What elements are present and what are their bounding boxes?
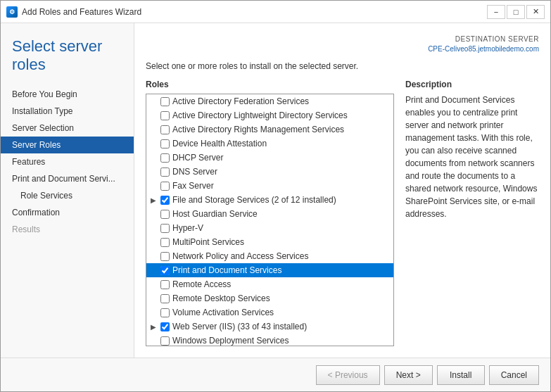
role-item-device-health[interactable]: Device Health Attestation bbox=[146, 137, 393, 151]
title-bar: ⚙ Add Roles and Features Wizard − □ ✕ bbox=[1, 1, 550, 23]
role-item-print-doc[interactable]: Print and Document Services bbox=[146, 263, 393, 277]
role-label-remote-access[interactable]: Remote Access bbox=[172, 279, 231, 289]
role-checkbox-print-doc[interactable] bbox=[160, 266, 170, 275]
minimize-button[interactable]: − bbox=[487, 5, 505, 19]
nav-item-role-services[interactable]: Role Services bbox=[1, 187, 134, 204]
role-item-dns[interactable]: DNS Server bbox=[146, 165, 393, 179]
role-checkbox-host-guardian[interactable] bbox=[160, 210, 170, 219]
role-label-remote-desktop[interactable]: Remote Desktop Services bbox=[172, 293, 270, 303]
nav-item-print-doc[interactable]: Print and Document Servi... bbox=[1, 170, 134, 187]
role-label-dhcp[interactable]: DHCP Server bbox=[172, 153, 223, 163]
role-label-fax[interactable]: Fax Server bbox=[172, 181, 214, 191]
role-checkbox-dhcp[interactable] bbox=[160, 153, 170, 163]
nav-item-server-roles[interactable]: Server Roles bbox=[1, 137, 134, 153]
role-label-ad-fed[interactable]: Active Directory Federation Services bbox=[172, 96, 309, 106]
nav-header: Select server roles bbox=[1, 30, 134, 79]
role-item-remote-access[interactable]: Remote Access bbox=[146, 277, 393, 291]
expand-icon-web-server[interactable]: ▶ bbox=[151, 323, 160, 331]
role-item-npas[interactable]: Network Policy and Access Services bbox=[146, 249, 393, 263]
role-checkbox-win-deployment[interactable] bbox=[160, 336, 170, 346]
role-item-fax[interactable]: Fax Server bbox=[146, 179, 393, 193]
expand-placeholder bbox=[151, 140, 160, 148]
expand-placeholder bbox=[151, 281, 160, 289]
role-item-host-guardian[interactable]: Host Guardian Service bbox=[146, 207, 393, 221]
title-bar-left: ⚙ Add Roles and Features Wizard bbox=[6, 6, 141, 18]
footer: < Previous Next > Install Cancel bbox=[1, 358, 550, 391]
description-panel: Description Print and Document Services … bbox=[405, 80, 539, 346]
close-button[interactable]: ✕ bbox=[526, 5, 545, 19]
role-checkbox-web-server[interactable] bbox=[160, 322, 170, 331]
role-label-multipoint[interactable]: MultiPoint Services bbox=[172, 237, 244, 247]
expand-placeholder bbox=[151, 154, 160, 162]
role-item-multipoint[interactable]: MultiPoint Services bbox=[146, 235, 393, 249]
role-label-print-doc[interactable]: Print and Document Services bbox=[172, 265, 281, 275]
content-instruction: Select one or more roles to install on t… bbox=[146, 61, 539, 71]
roles-panel: Roles Active Directory Federation Servic… bbox=[146, 80, 394, 346]
role-checkbox-remote-desktop[interactable] bbox=[160, 294, 170, 303]
roles-label: Roles bbox=[146, 80, 394, 89]
role-checkbox-ad-rms[interactable] bbox=[160, 125, 170, 134]
role-checkbox-multipoint[interactable] bbox=[160, 238, 170, 247]
role-item-dhcp[interactable]: DHCP Server bbox=[146, 151, 393, 165]
role-item-ad-fed[interactable]: Active Directory Federation Services bbox=[146, 94, 393, 108]
role-item-web-server[interactable]: ▶ Web Server (IIS) (33 of 43 installed) bbox=[146, 320, 393, 334]
role-item-volume-activation[interactable]: Volume Activation Services bbox=[146, 305, 393, 320]
role-label-file-storage[interactable]: File and Storage Services (2 of 12 insta… bbox=[172, 195, 336, 205]
role-checkbox-npas[interactable] bbox=[160, 252, 170, 261]
role-item-remote-desktop[interactable]: Remote Desktop Services bbox=[146, 291, 393, 305]
expand-placeholder bbox=[151, 112, 160, 120]
expand-icon-file-storage[interactable]: ▶ bbox=[151, 196, 160, 204]
role-item-ad-lds[interactable]: Active Directory Lightweight Directory S… bbox=[146, 108, 393, 122]
nav-item-confirmation[interactable]: Confirmation bbox=[1, 204, 134, 221]
role-checkbox-volume-activation[interactable] bbox=[160, 308, 170, 317]
role-item-ad-rms[interactable]: Active Directory Rights Management Servi… bbox=[146, 122, 393, 137]
nav-item-server-selection[interactable]: Server Selection bbox=[1, 120, 134, 137]
role-checkbox-remote-access[interactable] bbox=[160, 280, 170, 289]
destination-label: DESTINATION SERVER bbox=[146, 34, 539, 44]
role-label-ad-rms[interactable]: Active Directory Rights Management Servi… bbox=[172, 125, 344, 134]
role-label-npas[interactable]: Network Policy and Access Services bbox=[172, 251, 308, 261]
nav-item-results: Results bbox=[1, 221, 134, 238]
role-checkbox-ad-lds[interactable] bbox=[160, 111, 170, 120]
role-checkbox-ad-fed[interactable] bbox=[160, 97, 170, 106]
main-content: Select server roles Before You Begin Ins… bbox=[1, 23, 550, 358]
role-checkbox-dns[interactable] bbox=[160, 167, 170, 177]
title-bar-controls: − □ ✕ bbox=[487, 5, 545, 19]
expand-placeholder bbox=[151, 126, 160, 134]
destination-server-info: DESTINATION SERVER CPE-Celiveo85.jetmobi… bbox=[146, 34, 539, 54]
nav-item-before-you-begin[interactable]: Before You Begin bbox=[1, 86, 134, 103]
expand-placeholder bbox=[151, 295, 160, 303]
role-label-volume-activation[interactable]: Volume Activation Services bbox=[172, 308, 274, 317]
cancel-button[interactable]: Cancel bbox=[489, 365, 539, 385]
destination-name: CPE-Celiveo85.jetmobiledemo.com bbox=[146, 44, 539, 54]
role-checkbox-fax[interactable] bbox=[160, 182, 170, 191]
left-nav: Select server roles Before You Begin Ins… bbox=[1, 23, 134, 358]
role-label-device-health[interactable]: Device Health Attestation bbox=[172, 139, 267, 148]
previous-button[interactable]: < Previous bbox=[316, 365, 380, 385]
next-button[interactable]: Next > bbox=[384, 365, 433, 385]
role-item-hyper-v[interactable]: Hyper-V bbox=[146, 221, 393, 235]
description-label: Description bbox=[405, 80, 539, 89]
role-checkbox-device-health[interactable] bbox=[160, 139, 170, 148]
role-checkbox-hyper-v[interactable] bbox=[160, 224, 170, 233]
role-item-file-storage[interactable]: ▶ File and Storage Services (2 of 12 ins… bbox=[146, 193, 393, 207]
nav-item-features[interactable]: Features bbox=[1, 153, 134, 170]
expand-placeholder bbox=[151, 182, 160, 190]
description-text: Print and Document Services enables you … bbox=[405, 94, 539, 220]
role-label-ad-lds[interactable]: Active Directory Lightweight Directory S… bbox=[172, 110, 348, 120]
expand-placeholder bbox=[151, 239, 160, 246]
role-label-hyper-v[interactable]: Hyper-V bbox=[172, 223, 203, 233]
role-label-win-deployment[interactable]: Windows Deployment Services bbox=[172, 336, 289, 346]
expand-placeholder bbox=[151, 253, 160, 260]
role-label-web-server[interactable]: Web Server (IIS) (33 of 43 installed) bbox=[172, 322, 307, 331]
role-label-host-guardian[interactable]: Host Guardian Service bbox=[172, 209, 258, 219]
role-label-dns[interactable]: DNS Server bbox=[172, 167, 217, 177]
install-button[interactable]: Install bbox=[437, 365, 485, 385]
role-checkbox-file-storage[interactable] bbox=[160, 196, 170, 205]
expand-placeholder bbox=[151, 210, 160, 218]
maximize-button[interactable]: □ bbox=[507, 5, 525, 19]
expand-placeholder bbox=[151, 225, 160, 232]
role-item-win-deployment[interactable]: Windows Deployment Services bbox=[146, 334, 393, 346]
nav-item-installation-type[interactable]: Installation Type bbox=[1, 103, 134, 120]
main-window: ⚙ Add Roles and Features Wizard − □ ✕ Se… bbox=[0, 0, 551, 392]
